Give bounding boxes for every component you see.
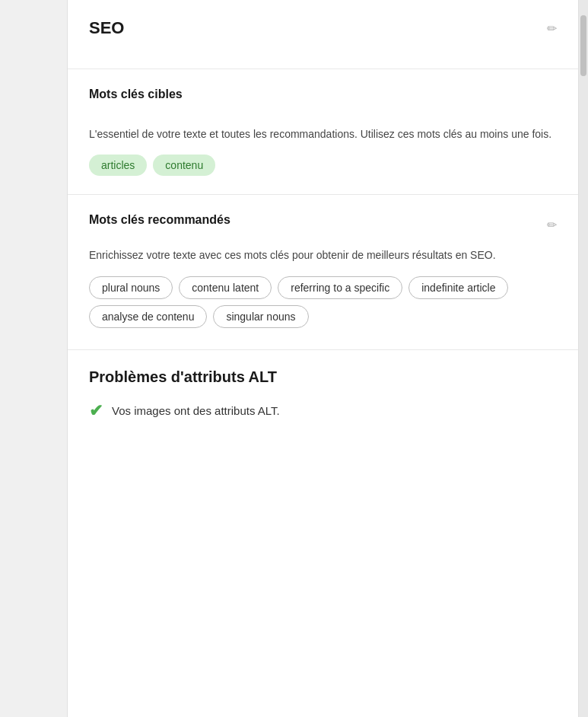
recommandes-description: Enrichissez votre texte avec ces mots cl… bbox=[89, 247, 557, 263]
tag-plural-nouns[interactable]: plural nouns bbox=[89, 276, 173, 299]
tag-referring-to-a-specific[interactable]: referring to a specific bbox=[278, 276, 402, 299]
check-icon: ✔ bbox=[89, 401, 103, 421]
recommandes-tags-container: plural nouns contenu latent referring to… bbox=[89, 276, 557, 328]
alt-check-row: ✔ Vos images ont des attributs ALT. bbox=[89, 401, 557, 421]
alt-attributes-section: Problèmes d'attributs ALT ✔ Vos images o… bbox=[68, 350, 578, 442]
tag-contenu[interactable]: contenu bbox=[153, 155, 215, 176]
tag-analyse-de-contenu[interactable]: analyse de contenu bbox=[89, 305, 207, 328]
tag-singular-nouns[interactable]: singular nouns bbox=[213, 305, 308, 328]
cibles-title: Mots clés cibles bbox=[89, 88, 183, 101]
alt-title: Problèmes d'attributs ALT bbox=[89, 368, 557, 386]
mots-cles-recommandes-section: Mots clés recommandés Enrichissez votre … bbox=[68, 195, 578, 349]
alt-check-text: Vos images ont des attributs ALT. bbox=[112, 404, 280, 417]
seo-edit-icon[interactable] bbox=[547, 21, 557, 37]
recommandes-edit-icon[interactable] bbox=[547, 217, 557, 233]
tag-contenu-latent[interactable]: contenu latent bbox=[179, 276, 272, 299]
scrollbar-thumb[interactable] bbox=[580, 15, 586, 76]
mots-cles-cibles-section: Mots clés cibles L'essentiel de votre te… bbox=[68, 69, 578, 195]
tag-indefinite-article[interactable]: indefinite article bbox=[408, 276, 508, 299]
seo-title: SEO bbox=[89, 18, 124, 38]
scrollbar[interactable] bbox=[579, 0, 588, 717]
cibles-tags-container: articles contenu bbox=[89, 155, 557, 176]
recommandes-title: Mots clés recommandés bbox=[89, 213, 230, 227]
cibles-description: L'essentiel de votre texte et toutes les… bbox=[89, 126, 557, 142]
tag-articles[interactable]: articles bbox=[89, 155, 147, 176]
seo-header-section: SEO bbox=[68, 0, 578, 69]
